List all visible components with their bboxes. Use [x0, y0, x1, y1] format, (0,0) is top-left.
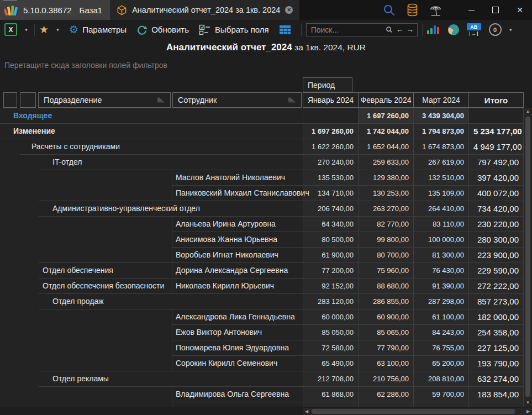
value-cell[interactable]: 80 700,00 [358, 247, 413, 262]
expand-box-1[interactable] [3, 92, 17, 108]
value-cell[interactable] [358, 402, 413, 407]
value-cell[interactable]: 61 868,00 [303, 386, 358, 402]
document-tab[interactable]: Аналитический отчет_2024 за 1кв. 2024 ✕ [110, 0, 299, 20]
department-label[interactable]: Административно-управленческий отдел [52, 201, 200, 216]
value-cell[interactable]: 132 510,00 [413, 170, 468, 185]
column-header-january[interactable]: Январь 2024 [303, 92, 359, 108]
close-button[interactable]: ✕ [508, 0, 532, 20]
value-cell[interactable]: 135 109,00 [413, 185, 468, 201]
column-header-february[interactable]: Февраль 2024 [358, 92, 414, 108]
value-cell[interactable]: 270 240,00 [303, 154, 358, 170]
value-cell[interactable]: 75 960,00 [358, 262, 413, 278]
row-area-box-icon[interactable] [3, 0, 17, 1]
value-cell[interactable]: 76 755,00 [413, 340, 468, 355]
value-cell[interactable]: 182 000,00 [468, 309, 524, 324]
value-cell[interactable]: 135 530,00 [303, 170, 358, 185]
value-cell[interactable]: 227 125,00 [468, 340, 524, 355]
column-header-march[interactable]: Март 2024 [413, 92, 469, 108]
row-header-cell[interactable]: IT-отдел [0, 154, 303, 170]
row-header-cell[interactable]: Паниковский Михаил Станиславович [0, 185, 303, 201]
export-excel-button[interactable]: X [4, 23, 17, 36]
department-label[interactable]: IT-отдел [52, 154, 82, 170]
row-header-cell[interactable]: Александрова Лика Геннадьевна [0, 309, 303, 324]
value-cell[interactable] [303, 402, 358, 407]
chevron-down-icon[interactable]: ▾ [56, 27, 59, 33]
row-header-cell[interactable]: Аланьева Ирина Артуровна [0, 216, 303, 232]
best-fit-button[interactable]: AB ↔ [467, 23, 481, 36]
value-cell[interactable]: 77 200,00 [303, 262, 358, 278]
value-cell[interactable]: 208 810,00 [413, 371, 468, 386]
value-cell[interactable]: 60 900,00 [358, 309, 413, 324]
value-cell[interactable]: 223 900,00 [468, 247, 524, 262]
row-header-cell[interactable]: Расчеты с сотрудниками [0, 139, 303, 154]
chevron-down-icon[interactable]: ▾ [509, 27, 512, 33]
value-cell[interactable]: 65 490,00 [303, 355, 358, 371]
value-cell[interactable]: 1 742 044,00 [358, 123, 413, 139]
favorites-button[interactable]: ★ [39, 24, 49, 35]
value-cell[interactable]: 91 390,00 [413, 278, 468, 293]
row-header-cell[interactable]: Изменение [0, 123, 303, 139]
vertical-scrollbar[interactable]: ▲ ▼ [524, 108, 532, 407]
employee-label[interactable]: Пономарева Юлия Эдуардовна [176, 340, 289, 355]
value-cell[interactable]: 4 949 177,00 [468, 139, 524, 154]
value-cell[interactable]: 130 253,00 [358, 185, 413, 201]
employee-label[interactable]: Паниковский Михаил Станиславович [176, 185, 309, 201]
minimize-button[interactable] [459, 0, 483, 20]
value-cell[interactable]: 85 050,00 [303, 324, 358, 340]
value-cell[interactable]: 1 674 873,00 [413, 139, 468, 154]
global-search-icon[interactable] [382, 3, 396, 17]
scroll-up-icon[interactable]: ▲ [524, 108, 532, 115]
value-cell[interactable]: 59 700,00 [413, 386, 468, 402]
value-cell[interactable]: 3 439 304,00 [413, 108, 468, 123]
employee-label[interactable]: Дорина Александра Сергеевна [176, 262, 288, 278]
maximize-button[interactable] [483, 0, 508, 20]
value-cell[interactable]: 60 000,00 [303, 309, 358, 324]
select-fields-button[interactable]: Выбрать поля [199, 24, 269, 35]
value-cell[interactable]: 134 710,00 [303, 185, 358, 201]
employee-label[interactable]: Маслов Анатолий Николаевич [176, 170, 285, 185]
value-cell[interactable]: 77 790,00 [358, 340, 413, 355]
row-header-cell[interactable]: Ежов Виктор Антонович [0, 324, 303, 340]
department-label[interactable]: Отдел продаж [52, 293, 104, 309]
value-cell[interactable]: 230 220,00 [468, 216, 524, 232]
value-cell[interactable]: 80 500,00 [303, 232, 358, 247]
search-input[interactable] [310, 25, 382, 35]
employee-label[interactable]: Аланьева Ирина Артуровна [176, 216, 276, 232]
row-header-cell[interactable]: Отдел обеспеченияДорина Александра Серге… [0, 262, 303, 278]
row-header-cell[interactable]: Сорокин Кирилл Семенович [0, 355, 303, 371]
value-cell[interactable]: 92 152,00 [303, 278, 358, 293]
employee-field-header[interactable]: Сотрудник [172, 92, 302, 108]
employee-label[interactable]: Воробьев Игнат Николаевич [176, 247, 278, 262]
value-cell[interactable]: 85 065,00 [358, 324, 413, 340]
department-label[interactable]: Отдел обеспечения безопасности [43, 278, 164, 293]
horizontal-scroll-thumb[interactable] [312, 409, 515, 414]
value-cell[interactable]: 100 000,00 [413, 232, 468, 247]
value-cell[interactable]: 84 243,00 [413, 324, 468, 340]
scroll-left-icon[interactable]: ◀ [303, 408, 310, 415]
employee-label[interactable]: Николаев Кирилл Юрьевич [176, 278, 274, 293]
value-cell[interactable]: 88 680,00 [358, 278, 413, 293]
vertical-scroll-thumb[interactable] [525, 117, 530, 397]
value-cell[interactable]: 183 854,00 [468, 386, 524, 402]
value-cell[interactable]: 286 855,00 [358, 293, 413, 309]
department-label[interactable]: Отдел рекламы [52, 371, 109, 386]
search-icon[interactable] [386, 26, 393, 33]
row-header-cell[interactable]: Владимирова Ольга Сергеевна [0, 386, 303, 402]
value-cell[interactable]: 397 420,00 [468, 170, 524, 185]
search-prev-icon[interactable]: ← [396, 25, 403, 34]
value-cell[interactable]: 797 492,00 [468, 154, 524, 170]
value-cell[interactable]: 61 900,00 [303, 247, 358, 262]
scroll-right-icon[interactable]: ▶ [524, 408, 532, 415]
row-header-cell[interactable]: Пономарева Юлия Эдуардовна [0, 340, 303, 355]
value-cell[interactable]: 64 340,00 [303, 216, 358, 232]
department-field-header[interactable]: Подразделение [38, 92, 171, 108]
search-next-icon[interactable]: → [407, 25, 414, 34]
row-header-cell[interactable] [0, 402, 303, 407]
horizontal-scrollbar[interactable]: ◀ ▶ [303, 408, 532, 415]
row-header-cell[interactable]: Анисимова Жанна Юрьевна [0, 232, 303, 247]
value-cell[interactable]: 287 298,00 [413, 293, 468, 309]
value-cell[interactable]: 82 770,00 [358, 216, 413, 232]
value-cell[interactable]: 1 697 260,00 [358, 108, 413, 123]
value-cell[interactable] [468, 402, 524, 407]
value-cell[interactable]: 254 358,00 [468, 324, 524, 340]
